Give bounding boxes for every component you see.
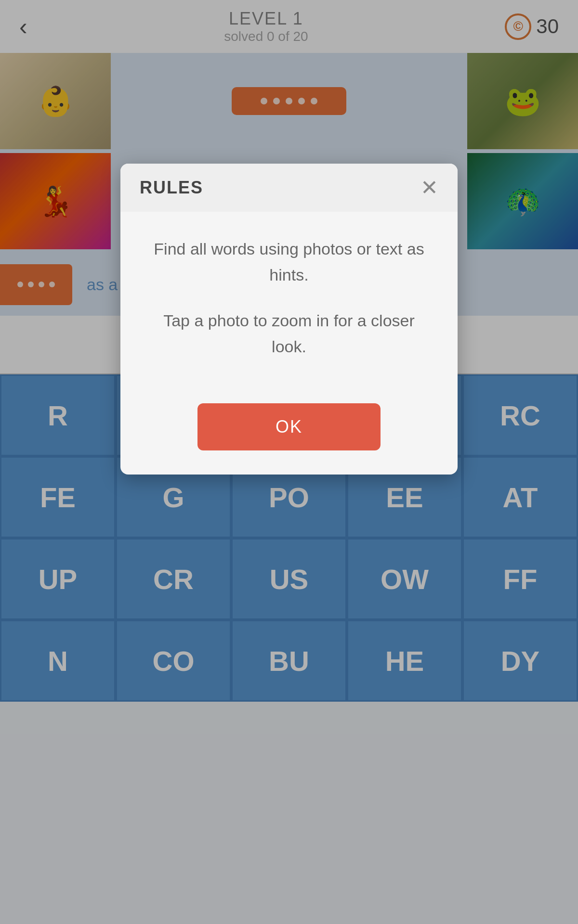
modal-title: RULES (140, 178, 203, 198)
ok-button[interactable]: OK (197, 403, 381, 450)
modal-header: RULES ✕ (120, 164, 458, 212)
modal-text-2: Tap a photo to zoom in for a closer look… (149, 308, 429, 360)
modal-body: Find all words using photos or text as h… (120, 212, 458, 394)
modal-close-button[interactable]: ✕ (420, 177, 438, 198)
rules-modal: RULES ✕ Find all words using photos or t… (120, 164, 458, 475)
modal-text-1: Find all words using photos or text as h… (149, 236, 429, 288)
modal-overlay[interactable]: RULES ✕ Find all words using photos or t… (0, 0, 578, 924)
modal-footer: OK (120, 394, 458, 475)
